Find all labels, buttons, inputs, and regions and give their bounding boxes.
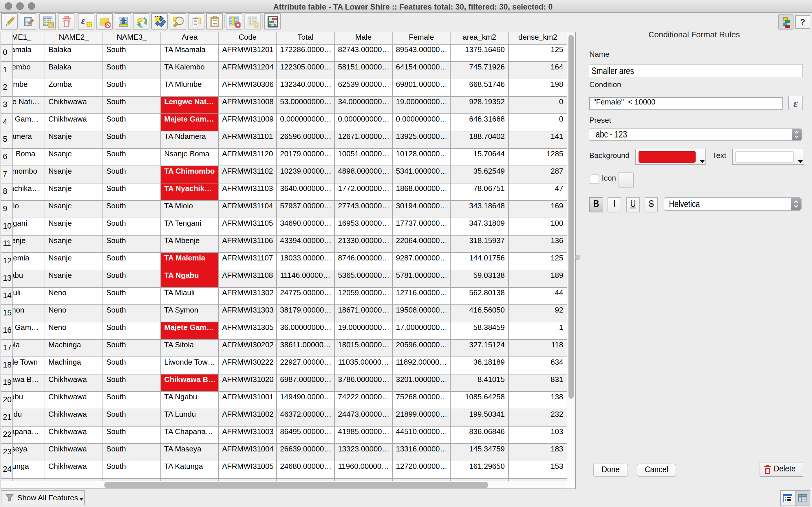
svg-text:ε: ε <box>81 15 85 26</box>
